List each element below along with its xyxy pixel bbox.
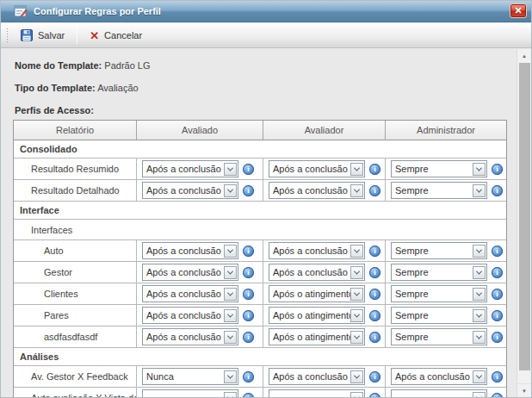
chevron-down-icon[interactable] — [350, 266, 363, 279]
rule-select[interactable] — [142, 389, 238, 397]
cancel-button[interactable]: ✕ Cancelar — [82, 27, 150, 45]
toolbar-grip — [6, 28, 9, 43]
info-icon[interactable]: i — [369, 371, 380, 382]
scrollbar-thumb[interactable] — [519, 63, 530, 370]
scroll-up-button[interactable]: ▲ — [517, 49, 531, 63]
chevron-down-icon[interactable] — [350, 163, 363, 176]
rule-select[interactable]: Após a conclusão da etapa — [391, 368, 487, 385]
rule-select[interactable] — [269, 389, 365, 397]
access-profiles-label: Perfis de Acesso: — [15, 105, 94, 115]
info-icon[interactable]: i — [369, 289, 380, 300]
info-icon[interactable]: i — [243, 371, 254, 382]
rule-select[interactable]: Após a conclusão da etapa — [142, 285, 238, 302]
save-button[interactable]: Salvar — [13, 26, 72, 45]
info-icon[interactable]: i — [369, 393, 380, 398]
rule-select[interactable]: Sempre — [391, 307, 487, 324]
chevron-down-icon[interactable] — [350, 370, 363, 383]
chevron-down-icon[interactable] — [350, 309, 363, 322]
chevron-down-icon[interactable] — [473, 331, 486, 344]
row-label: Resultado Resumido — [14, 159, 137, 179]
info-icon[interactable]: i — [243, 246, 254, 257]
chevron-down-icon[interactable] — [224, 288, 237, 301]
info-icon[interactable]: i — [492, 332, 503, 343]
chevron-down-icon[interactable] — [350, 245, 363, 258]
rule-select[interactable]: Sempre — [391, 285, 487, 302]
rule-select[interactable]: Após a conclusão da etapa — [269, 368, 365, 385]
info-icon[interactable]: i — [243, 310, 254, 321]
info-icon[interactable]: i — [243, 289, 254, 300]
chevron-down-icon[interactable] — [350, 184, 363, 197]
chevron-down-icon[interactable] — [224, 392, 237, 398]
chevron-down-icon[interactable] — [473, 245, 486, 258]
info-icon[interactable]: i — [492, 267, 503, 278]
close-button[interactable]: ✕ — [510, 3, 527, 18]
window-title: Configurar Regras por Perfil — [34, 6, 161, 16]
info-icon[interactable]: i — [369, 267, 380, 278]
rule-select-value: Sempre — [392, 310, 473, 320]
info-icon[interactable]: i — [369, 246, 380, 257]
rule-select[interactable]: Sempre — [391, 328, 487, 345]
rule-select[interactable]: Após a conclusão da etapa — [142, 242, 238, 259]
info-icon[interactable]: i — [492, 371, 503, 382]
chevron-down-icon[interactable] — [350, 331, 363, 344]
info-icon[interactable]: i — [492, 246, 503, 257]
rule-cell: Após a conclusão da etapai — [137, 262, 263, 283]
rule-select[interactable]: Após o atingimento do mínimo — [269, 285, 365, 302]
chevron-down-icon[interactable] — [473, 392, 486, 398]
chevron-down-icon[interactable] — [473, 370, 486, 383]
info-icon[interactable]: i — [492, 185, 503, 196]
rule-select[interactable]: Sempre — [391, 242, 487, 259]
chevron-down-icon[interactable] — [473, 266, 486, 279]
chevron-down-icon[interactable] — [224, 184, 237, 197]
rule-select[interactable]: Após a conclusão da etapa — [142, 307, 238, 324]
info-icon[interactable]: i — [492, 289, 503, 300]
rule-select[interactable]: Após o atingimento do mínimo — [269, 328, 365, 345]
chevron-down-icon[interactable] — [224, 331, 237, 344]
rule-select[interactable]: Após o atingimento do mínimo — [269, 307, 365, 324]
chevron-down-icon[interactable] — [473, 163, 486, 176]
rule-select[interactable]: Após a conclusão da Autoavaliação — [269, 242, 365, 259]
rule-select[interactable]: Após a conclusão da etapa — [142, 328, 238, 345]
info-icon[interactable]: i — [492, 164, 503, 175]
chevron-down-icon[interactable] — [224, 266, 237, 279]
info-icon[interactable]: i — [369, 185, 380, 196]
chevron-down-icon[interactable] — [473, 309, 486, 322]
info-icon[interactable]: i — [243, 332, 254, 343]
chevron-down-icon[interactable] — [224, 370, 237, 383]
chevron-down-icon[interactable] — [473, 184, 486, 197]
table-row: Av. Gestor X FeedbackNuncaiApós a conclu… — [14, 366, 506, 388]
rule-select[interactable]: Sempre — [391, 160, 487, 177]
row-label: Consolidado — [14, 140, 506, 158]
chevron-down-icon[interactable] — [224, 163, 237, 176]
rule-select[interactable]: Após a conclusão da etapa — [142, 264, 238, 281]
info-icon[interactable]: i — [243, 185, 254, 196]
rule-select[interactable]: Após a conclusão da Avaliação — [269, 264, 365, 281]
info-icon[interactable]: i — [243, 393, 254, 398]
vertical-scrollbar[interactable]: ▲ ▼ — [517, 49, 531, 397]
info-icon[interactable]: i — [369, 310, 380, 321]
info-icon[interactable]: i — [369, 332, 380, 343]
info-icon[interactable]: i — [492, 393, 503, 398]
chevron-down-icon[interactable] — [224, 309, 237, 322]
info-icon[interactable]: i — [243, 267, 254, 278]
rule-select[interactable]: Após a conclusão da etapa — [142, 182, 238, 199]
rule-select[interactable]: Após a conclusão da Avaliação — [269, 160, 365, 177]
rule-select[interactable]: Após a conclusão da Avaliação — [269, 182, 365, 199]
rule-select-value: Após a conclusão da Autoavaliação — [269, 246, 350, 256]
rule-select[interactable]: Sempre — [391, 264, 487, 281]
row-label: Auto — [14, 240, 137, 261]
info-icon[interactable]: i — [492, 310, 503, 321]
rule-select[interactable]: Nunca — [142, 368, 238, 385]
chevron-down-icon[interactable] — [473, 288, 486, 301]
toolbar: Salvar ✕ Cancelar — [1, 23, 531, 48]
chevron-down-icon[interactable] — [350, 392, 363, 398]
chevron-down-icon[interactable] — [350, 288, 363, 301]
info-icon[interactable]: i — [369, 164, 380, 175]
rule-select[interactable] — [391, 389, 487, 397]
scroll-down-button[interactable]: ▼ — [517, 383, 531, 397]
info-icon[interactable]: i — [243, 164, 254, 175]
rule-select[interactable]: Após a conclusão da etapa — [142, 160, 238, 177]
chevron-down-icon[interactable] — [224, 245, 237, 258]
rule-select[interactable]: Sempre — [391, 182, 487, 199]
row-label: Gestor — [14, 262, 137, 283]
